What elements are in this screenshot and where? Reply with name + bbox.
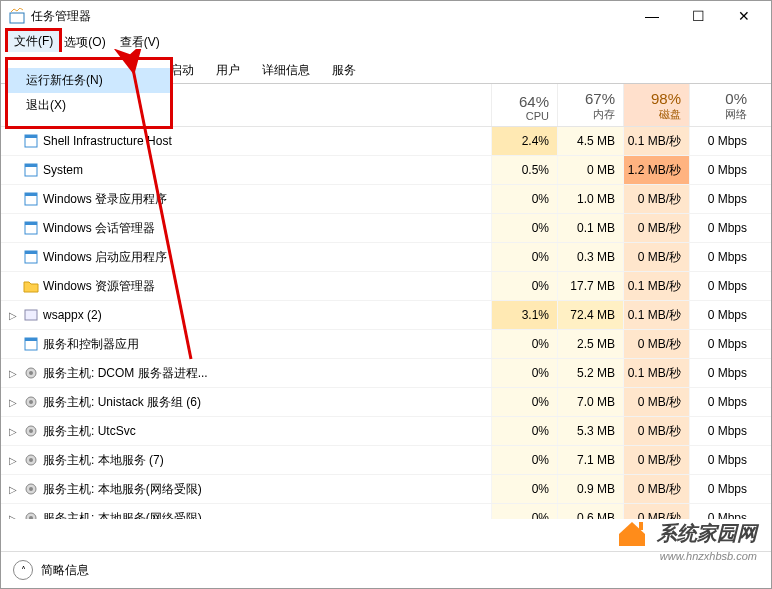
cell-cpu: 2.4% bbox=[491, 127, 557, 155]
maximize-button[interactable]: ☐ bbox=[675, 1, 721, 31]
table-row[interactable]: Windows 资源管理器0%17.7 MB0.1 MB/秒0 Mbps bbox=[1, 272, 771, 301]
expand-icon[interactable]: ▷ bbox=[7, 455, 19, 466]
process-name: System bbox=[43, 163, 83, 177]
cell-memory: 7.1 MB bbox=[557, 446, 623, 474]
cell-network: 0 Mbps bbox=[689, 330, 755, 358]
svg-rect-0 bbox=[10, 13, 24, 23]
process-icon bbox=[23, 191, 39, 207]
process-icon bbox=[23, 452, 39, 468]
table-row[interactable]: ▷wsappx (2)3.1%72.4 MB0.1 MB/秒0 Mbps bbox=[1, 301, 771, 330]
table-row[interactable]: ▷服务主机: DCOM 服务器进程...0%5.2 MB0.1 MB/秒0 Mb… bbox=[1, 359, 771, 388]
process-icon bbox=[23, 249, 39, 265]
cell-memory: 0.6 MB bbox=[557, 504, 623, 519]
cell-network: 0 Mbps bbox=[689, 359, 755, 387]
cell-cpu: 0% bbox=[491, 446, 557, 474]
svg-rect-10 bbox=[25, 251, 37, 254]
table-row[interactable]: ▷服务主机: Unistack 服务组 (6)0%7.0 MB0 MB/秒0 M… bbox=[1, 388, 771, 417]
cell-memory: 2.5 MB bbox=[557, 330, 623, 358]
table-row[interactable]: 服务和控制器应用0%2.5 MB0 MB/秒0 Mbps bbox=[1, 330, 771, 359]
expand-icon[interactable]: ▷ bbox=[7, 513, 19, 520]
task-manager-window: 任务管理器 — ☐ ✕ 文件(F) 文件(F) 选项(O) 查看(V) 运行新任… bbox=[0, 0, 772, 589]
process-icon bbox=[23, 394, 39, 410]
table-row[interactable]: Windows 登录应用程序0%1.0 MB0 MB/秒0 Mbps bbox=[1, 185, 771, 214]
expand-icon[interactable]: ▷ bbox=[7, 426, 19, 437]
cell-network: 0 Mbps bbox=[689, 446, 755, 474]
table-row[interactable]: ▷服务主机: 本地服务(网络受限)0%0.9 MB0 MB/秒0 Mbps bbox=[1, 475, 771, 504]
minimize-button[interactable]: — bbox=[629, 1, 675, 31]
cell-memory: 0.3 MB bbox=[557, 243, 623, 271]
cell-memory: 5.3 MB bbox=[557, 417, 623, 445]
tab-details[interactable]: 详细信息 bbox=[251, 57, 321, 84]
close-button[interactable]: ✕ bbox=[721, 1, 767, 31]
fewer-details-link[interactable]: 简略信息 bbox=[41, 562, 89, 579]
header-network[interactable]: 0%网络 bbox=[689, 84, 755, 126]
cell-cpu: 0% bbox=[491, 388, 557, 416]
process-icon bbox=[23, 220, 39, 236]
cell-cpu: 0% bbox=[491, 330, 557, 358]
process-icon bbox=[23, 307, 39, 323]
expand-icon[interactable]: ▷ bbox=[7, 310, 19, 321]
process-name: Windows 登录应用程序 bbox=[43, 191, 167, 208]
cell-cpu: 0% bbox=[491, 272, 557, 300]
table-row[interactable]: Shell Infrastructure Host2.4%4.5 MB0.1 M… bbox=[1, 127, 771, 156]
tab-users[interactable]: 用户 bbox=[205, 57, 251, 84]
chevron-up-icon[interactable]: ˄ bbox=[13, 560, 33, 580]
cell-cpu: 0% bbox=[491, 243, 557, 271]
svg-point-15 bbox=[29, 371, 33, 375]
cell-memory: 72.4 MB bbox=[557, 301, 623, 329]
header-cpu[interactable]: 64%CPU bbox=[491, 84, 557, 126]
menu-view[interactable]: 查看(V) bbox=[114, 32, 166, 53]
expand-icon[interactable]: ▷ bbox=[7, 397, 19, 408]
process-list[interactable]: Shell Infrastructure Host2.4%4.5 MB0.1 M… bbox=[1, 127, 771, 519]
tab-services[interactable]: 服务 bbox=[321, 57, 367, 84]
cell-disk: 0 MB/秒 bbox=[623, 243, 689, 271]
svg-rect-8 bbox=[25, 222, 37, 225]
cell-network: 0 Mbps bbox=[689, 301, 755, 329]
cell-disk: 0 MB/秒 bbox=[623, 504, 689, 519]
window-buttons: — ☐ ✕ bbox=[629, 1, 767, 31]
cell-memory: 5.2 MB bbox=[557, 359, 623, 387]
svg-rect-13 bbox=[25, 338, 37, 341]
process-name: 服务主机: 本地服务(网络受限) bbox=[43, 510, 202, 520]
cell-disk: 0 MB/秒 bbox=[623, 214, 689, 242]
cell-disk: 0.1 MB/秒 bbox=[623, 127, 689, 155]
process-icon bbox=[23, 510, 39, 519]
window-title: 任务管理器 bbox=[31, 8, 629, 25]
watermark: 系统家园网 bbox=[615, 518, 757, 548]
expand-icon[interactable]: ▷ bbox=[7, 484, 19, 495]
header-disk[interactable]: 98%磁盘 bbox=[623, 84, 689, 126]
svg-point-21 bbox=[29, 458, 33, 462]
process-name: 服务主机: Unistack 服务组 (6) bbox=[43, 394, 201, 411]
cell-network: 0 Mbps bbox=[689, 156, 755, 184]
cell-disk: 0 MB/秒 bbox=[623, 417, 689, 445]
cell-cpu: 0.5% bbox=[491, 156, 557, 184]
menu-options[interactable]: 选项(O) bbox=[58, 32, 111, 53]
cell-memory: 0.9 MB bbox=[557, 475, 623, 503]
process-name: Windows 资源管理器 bbox=[43, 278, 155, 295]
cell-disk: 0.1 MB/秒 bbox=[623, 301, 689, 329]
cell-memory: 7.0 MB bbox=[557, 388, 623, 416]
table-row[interactable]: Windows 会话管理器0%0.1 MB0 MB/秒0 Mbps bbox=[1, 214, 771, 243]
svg-rect-2 bbox=[25, 135, 37, 138]
svg-point-23 bbox=[29, 487, 33, 491]
header-memory[interactable]: 67%内存 bbox=[557, 84, 623, 126]
menu-exit[interactable]: 退出(X) bbox=[8, 93, 170, 118]
svg-rect-29 bbox=[639, 522, 643, 530]
table-row[interactable]: ▷服务主机: UtcSvc0%5.3 MB0 MB/秒0 Mbps bbox=[1, 417, 771, 446]
process-name: 服务主机: 本地服务(网络受限) bbox=[43, 481, 202, 498]
process-icon bbox=[23, 423, 39, 439]
cell-cpu: 0% bbox=[491, 185, 557, 213]
menu-run-new-task[interactable]: 运行新任务(N) bbox=[8, 68, 170, 93]
table-row[interactable]: ▷服务主机: 本地服务 (7)0%7.1 MB0 MB/秒0 Mbps bbox=[1, 446, 771, 475]
cell-disk: 0 MB/秒 bbox=[623, 330, 689, 358]
table-row[interactable]: System0.5%0 MB1.2 MB/秒0 Mbps bbox=[1, 156, 771, 185]
expand-icon[interactable]: ▷ bbox=[7, 368, 19, 379]
table-row[interactable]: Windows 启动应用程序0%0.3 MB0 MB/秒0 Mbps bbox=[1, 243, 771, 272]
table-row[interactable]: ▷服务主机: 本地服务(网络受限)0%0.6 MB0 MB/秒0 Mbps bbox=[1, 504, 771, 519]
process-name: Shell Infrastructure Host bbox=[43, 134, 172, 148]
process-name: 服务主机: 本地服务 (7) bbox=[43, 452, 164, 469]
cell-network: 0 Mbps bbox=[689, 243, 755, 271]
cell-disk: 0.1 MB/秒 bbox=[623, 359, 689, 387]
menu-file[interactable]: 文件(F) bbox=[5, 28, 62, 52]
cell-disk: 0.1 MB/秒 bbox=[623, 272, 689, 300]
